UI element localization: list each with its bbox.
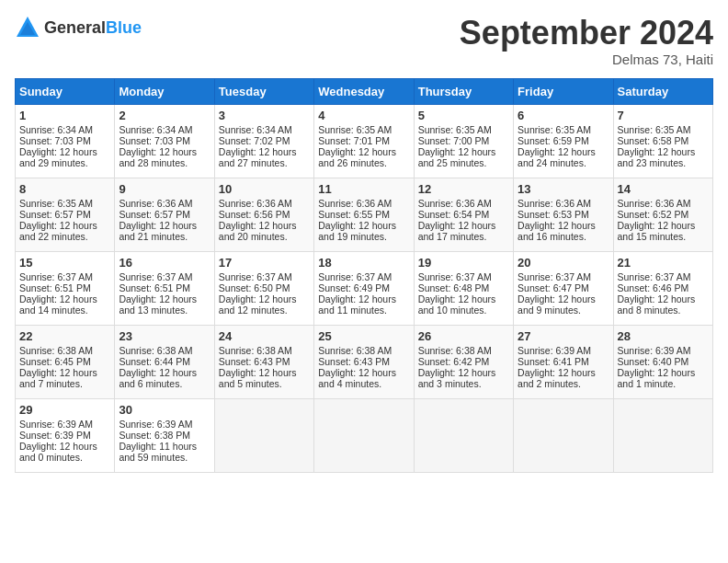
sunset: Sunset: 6:43 PM <box>219 356 290 367</box>
daylight: Daylight: 12 hours and 11 minutes. <box>318 293 396 316</box>
calendar-cell: 27Sunrise: 6:39 AMSunset: 6:41 PMDayligh… <box>514 325 613 398</box>
day-number: 11 <box>318 182 409 196</box>
sunset: Sunset: 6:40 PM <box>618 356 689 367</box>
header-day-sunday: Sunday <box>16 78 115 104</box>
calendar-cell: 12Sunrise: 6:36 AMSunset: 6:54 PMDayligh… <box>414 178 513 251</box>
daylight: Daylight: 12 hours and 23 minutes. <box>618 146 696 168</box>
sunrise: Sunrise: 6:36 AM <box>518 198 591 209</box>
sunset: Sunset: 6:55 PM <box>318 209 390 220</box>
calendar-cell: 7Sunrise: 6:35 AMSunset: 6:58 PMDaylight… <box>613 104 712 178</box>
sunset: Sunset: 6:53 PM <box>518 209 589 220</box>
sunset: Sunset: 6:45 PM <box>19 356 91 367</box>
day-number: 14 <box>618 182 709 196</box>
calendar-cell: 3Sunrise: 6:34 AMSunset: 7:02 PMDaylight… <box>214 104 313 178</box>
sunset: Sunset: 6:48 PM <box>418 282 490 293</box>
daylight: Daylight: 12 hours and 7 minutes. <box>19 367 97 389</box>
header-row: SundayMondayTuesdayWednesdayThursdayFrid… <box>16 78 713 104</box>
sunrise: Sunrise: 6:35 AM <box>318 124 392 135</box>
calendar-cell: 6Sunrise: 6:35 AMSunset: 6:59 PMDaylight… <box>514 104 613 178</box>
daylight: Daylight: 12 hours and 15 minutes. <box>618 220 696 242</box>
calendar-cell: 14Sunrise: 6:36 AMSunset: 6:52 PMDayligh… <box>613 178 712 251</box>
calendar-cell: 18Sunrise: 6:37 AMSunset: 6:49 PMDayligh… <box>314 251 414 325</box>
sunrise: Sunrise: 6:36 AM <box>418 198 492 209</box>
daylight: Daylight: 12 hours and 21 minutes. <box>119 220 197 242</box>
day-number: 18 <box>318 256 409 270</box>
day-number: 8 <box>19 182 110 196</box>
daylight: Daylight: 11 hours and 59 minutes. <box>119 441 197 463</box>
calendar-cell: 28Sunrise: 6:39 AMSunset: 6:40 PMDayligh… <box>613 325 712 398</box>
calendar-cell <box>314 398 414 472</box>
calendar-cell: 24Sunrise: 6:38 AMSunset: 6:43 PMDayligh… <box>214 325 313 398</box>
header-day-saturday: Saturday <box>613 78 712 104</box>
calendar-cell <box>613 398 712 472</box>
day-number: 4 <box>318 109 409 122</box>
sunrise: Sunrise: 6:36 AM <box>618 198 691 209</box>
sunset: Sunset: 7:02 PM <box>219 135 290 146</box>
daylight: Daylight: 12 hours and 12 minutes. <box>219 293 297 316</box>
sunset: Sunset: 6:54 PM <box>418 209 490 220</box>
daylight: Daylight: 12 hours and 4 minutes. <box>318 367 396 389</box>
daylight: Daylight: 12 hours and 22 minutes. <box>19 220 97 242</box>
logo-text: GeneralBlue <box>44 19 142 37</box>
daylight: Daylight: 12 hours and 27 minutes. <box>219 146 297 168</box>
daylight: Daylight: 12 hours and 9 minutes. <box>518 293 596 316</box>
sunset: Sunset: 6:43 PM <box>318 356 390 367</box>
calendar-cell: 23Sunrise: 6:38 AMSunset: 6:44 PMDayligh… <box>115 325 214 398</box>
sunset: Sunset: 6:51 PM <box>119 282 190 293</box>
sunset: Sunset: 6:52 PM <box>618 209 689 220</box>
header-day-tuesday: Tuesday <box>214 78 313 104</box>
sunrise: Sunrise: 6:34 AM <box>19 124 93 135</box>
daylight: Daylight: 12 hours and 5 minutes. <box>219 367 297 389</box>
day-number: 19 <box>418 256 509 270</box>
sunset: Sunset: 6:42 PM <box>418 356 490 367</box>
sunset: Sunset: 6:57 PM <box>119 209 190 220</box>
day-number: 5 <box>418 109 509 122</box>
header-day-thursday: Thursday <box>414 78 513 104</box>
sunset: Sunset: 6:46 PM <box>618 282 689 293</box>
day-number: 10 <box>219 182 310 196</box>
logo-icon <box>15 15 40 40</box>
sunset: Sunset: 6:57 PM <box>19 209 91 220</box>
sunrise: Sunrise: 6:37 AM <box>418 271 492 282</box>
daylight: Daylight: 12 hours and 3 minutes. <box>418 367 496 389</box>
calendar-cell: 8Sunrise: 6:35 AMSunset: 6:57 PMDaylight… <box>16 178 115 251</box>
calendar-cell: 22Sunrise: 6:38 AMSunset: 6:45 PMDayligh… <box>16 325 115 398</box>
sunset: Sunset: 6:59 PM <box>518 135 589 146</box>
calendar-cell: 2Sunrise: 6:34 AMSunset: 7:03 PMDaylight… <box>115 104 214 178</box>
calendar-cell: 20Sunrise: 6:37 AMSunset: 6:47 PMDayligh… <box>514 251 613 325</box>
sunrise: Sunrise: 6:37 AM <box>518 271 591 282</box>
daylight: Daylight: 12 hours and 0 minutes. <box>19 441 97 463</box>
calendar-cell: 4Sunrise: 6:35 AMSunset: 7:01 PMDaylight… <box>314 104 414 178</box>
day-number: 27 <box>518 329 609 343</box>
sunrise: Sunrise: 6:39 AM <box>618 345 691 356</box>
sunset: Sunset: 6:58 PM <box>618 135 689 146</box>
sunset: Sunset: 6:50 PM <box>219 282 290 293</box>
calendar-table: SundayMondayTuesdayWednesdayThursdayFrid… <box>15 78 713 473</box>
title-area: September 2024 Delmas 73, Haiti <box>460 15 713 67</box>
sunrise: Sunrise: 6:38 AM <box>19 345 93 356</box>
sunset: Sunset: 7:00 PM <box>418 135 490 146</box>
month-title: September 2024 <box>460 15 713 52</box>
sunrise: Sunrise: 6:39 AM <box>19 419 93 430</box>
sunset: Sunset: 7:01 PM <box>318 135 390 146</box>
sunset: Sunset: 7:03 PM <box>119 135 190 146</box>
sunset: Sunset: 7:03 PM <box>19 135 91 146</box>
sunset: Sunset: 6:56 PM <box>219 209 290 220</box>
calendar-cell: 13Sunrise: 6:36 AMSunset: 6:53 PMDayligh… <box>514 178 613 251</box>
day-number: 9 <box>119 182 210 196</box>
day-number: 7 <box>618 109 709 122</box>
daylight: Daylight: 12 hours and 17 minutes. <box>418 220 496 242</box>
day-number: 21 <box>618 256 709 270</box>
daylight: Daylight: 12 hours and 2 minutes. <box>518 367 596 389</box>
daylight: Daylight: 12 hours and 24 minutes. <box>518 146 596 168</box>
sunrise: Sunrise: 6:34 AM <box>219 124 292 135</box>
daylight: Daylight: 12 hours and 16 minutes. <box>518 220 596 242</box>
sunset: Sunset: 6:47 PM <box>518 282 589 293</box>
day-number: 15 <box>19 256 110 270</box>
daylight: Daylight: 12 hours and 19 minutes. <box>318 220 396 242</box>
daylight: Daylight: 12 hours and 25 minutes. <box>418 146 496 168</box>
daylight: Daylight: 12 hours and 20 minutes. <box>219 220 297 242</box>
day-number: 23 <box>119 329 210 343</box>
sunrise: Sunrise: 6:38 AM <box>219 345 292 356</box>
daylight: Daylight: 12 hours and 13 minutes. <box>119 293 197 316</box>
